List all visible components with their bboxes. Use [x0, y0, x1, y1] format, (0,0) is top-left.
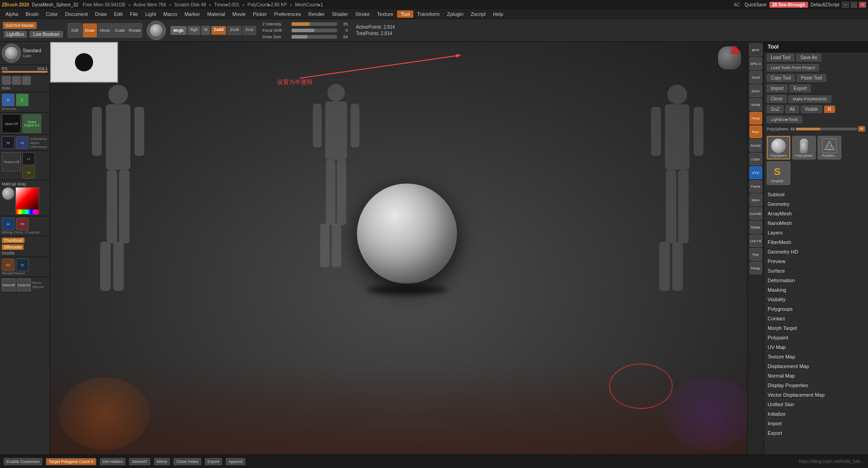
section-preview[interactable]: Preview — [764, 257, 868, 266]
section-unifiedskin[interactable]: Unified Skin — [764, 400, 868, 409]
xyz-btn[interactable]: XYZ — [749, 166, 762, 179]
r-btn[interactable]: R — [824, 105, 835, 113]
defaultzscript-label[interactable]: DefaultZScript — [811, 2, 839, 7]
thumb-polycylinder[interactable]: PolyCylinder — [792, 136, 816, 159]
kdenlive-icon[interactable]: kd — [16, 136, 29, 149]
section-surface[interactable]: Surface — [764, 266, 868, 276]
thumb-polysphere[interactable]: PolySphere — [767, 136, 790, 159]
section-import[interactable]: Import — [764, 419, 868, 428]
section-polypaint[interactable]: Polypaint — [764, 333, 868, 343]
mirror-btn[interactable]: Mirror — [154, 458, 170, 465]
lightbox-tools-btn[interactable]: Lightbox▸Tools — [767, 116, 802, 123]
section-displacementmap[interactable]: Displacement Map — [764, 362, 868, 371]
enable-customize-btn[interactable]: Enable Customize — [4, 458, 42, 465]
menu-help[interactable]: Help — [489, 10, 507, 18]
silhouette-btn[interactable]: Silhouette — [2, 244, 24, 250]
section-contact[interactable]: Contact — [764, 314, 868, 324]
zsub-btn[interactable]: Zsub — [227, 26, 242, 35]
aahalf-btn[interactable]: AAHalf — [749, 139, 762, 152]
zoom-btn[interactable]: Zoom — [749, 85, 762, 97]
menu-light[interactable]: Light — [142, 10, 160, 18]
section-texturemap[interactable]: Texture Map — [764, 352, 868, 362]
section-nanomesh[interactable]: NanoMesh — [764, 219, 868, 228]
menu-preferences[interactable]: Preferences — [270, 10, 304, 18]
menu-zplugin[interactable]: Zplugin — [443, 10, 467, 18]
matcap-sphere[interactable] — [2, 187, 15, 200]
brush-scatter-icon[interactable]: ·· — [12, 76, 21, 85]
bottom-export-btn[interactable]: Export — [205, 458, 222, 465]
rotate-vert-btn[interactable]: Rotate — [749, 221, 762, 234]
section-deformation[interactable]: Deformation — [764, 276, 868, 285]
del-hidden-btn[interactable]: Del Hidden — [100, 458, 126, 465]
section-subtool[interactable]: Subtool — [764, 190, 868, 199]
close-btn[interactable]: ✕ — [859, 2, 866, 8]
menu-macro[interactable]: Macro — [160, 10, 181, 18]
zcut-btn[interactable]: Zcut — [243, 26, 256, 35]
visible-btn[interactable]: Visible — [801, 105, 822, 113]
mindjet-icon[interactable]: MJ — [2, 259, 15, 271]
linefill-btn[interactable]: Line Fill — [749, 234, 762, 247]
inside-icon[interactable]: IN — [2, 136, 15, 149]
draw-btn[interactable]: Draw — [83, 23, 97, 38]
quicksave-label[interactable]: QuickSave — [744, 2, 766, 7]
thumbnail-btn[interactable]: Thumbnail — [2, 238, 25, 243]
brush-preview[interactable] — [147, 21, 166, 40]
import-btn[interactable]: Import — [767, 85, 788, 92]
section-vectordisplacement[interactable]: Vector Displacement Map — [764, 390, 868, 400]
section-export[interactable]: Export — [764, 428, 868, 438]
godot-icon[interactable]: GodotEngine 3.2 — [22, 114, 41, 133]
thumb-polymesh[interactable]: PolyMes... — [818, 136, 841, 159]
maximize-btn[interactable]: □ — [851, 2, 857, 8]
menu-texture[interactable]: Texture — [373, 10, 397, 18]
menu-transform[interactable]: Transform — [413, 10, 443, 18]
load-tool-btn[interactable]: Load Tool — [767, 54, 794, 61]
menu-alpha[interactable]: Alpha — [2, 10, 22, 18]
evernote-icon[interactable]: E — [16, 94, 29, 106]
menu-render[interactable]: Render — [305, 10, 328, 18]
menu-color[interactable]: Color — [42, 10, 61, 18]
section-fibermesh[interactable]: FiberMesh — [764, 238, 868, 247]
store-mt-btn[interactable]: StoreMT — [129, 458, 150, 465]
mrgb-btn[interactable]: Mrgb — [170, 26, 187, 35]
section-normalmap[interactable]: Normal Map — [764, 371, 868, 381]
load-tools-project-btn[interactable]: Load Tools From Project — [767, 64, 819, 71]
menu-draw[interactable]: Draw — [91, 10, 110, 18]
rotate-btn[interactable]: RoIate — [128, 23, 142, 38]
move-vert-btn[interactable]: Move — [749, 194, 762, 206]
zoom3d-btn[interactable]: Zoom3D — [749, 207, 762, 220]
canvas-bg[interactable]: 设置为半透明 — [50, 42, 764, 454]
menu-edit[interactable]: Edit — [110, 10, 126, 18]
menu-shader[interactable]: Shader — [328, 10, 352, 18]
menu-picker[interactable]: Picker — [249, 10, 271, 18]
section-arraymesh[interactable]: ArrayMesh — [764, 209, 868, 219]
close-holes-btn[interactable]: Close Holes — [174, 458, 201, 465]
zadd-btn[interactable]: Zadd — [211, 26, 227, 35]
menu-document[interactable]: Document — [61, 10, 91, 18]
thumb-simpleb[interactable]: S SimpleB... — [767, 161, 790, 185]
menu-zscript[interactable]: Zscript — [467, 10, 489, 18]
m-btn[interactable]: M — [201, 26, 210, 35]
limbo-icon[interactable]: LI — [22, 152, 35, 165]
affinity-icon[interactable]: Af — [2, 218, 15, 230]
menu-material[interactable]: Material — [203, 10, 228, 18]
lightbox-btn[interactable]: LightBox — [4, 31, 27, 38]
floor-btn[interactable]: Floor — [749, 125, 762, 138]
standard-brush-icon[interactable] — [2, 44, 21, 63]
section-geometry[interactable]: Geometry — [764, 199, 868, 209]
paste-tool-btn[interactable]: Paste Tool — [797, 74, 826, 82]
section-masking[interactable]: Masking — [764, 285, 868, 295]
pureref-icon[interactable]: PR — [16, 218, 29, 230]
lantern-icon[interactable]: La — [22, 166, 35, 179]
actual-btn[interactable]: Actual — [749, 98, 762, 111]
persp-btn[interactable]: Persp — [749, 112, 762, 124]
r-suffix[interactable]: R — [858, 126, 865, 132]
menu-marker[interactable]: Marker — [181, 10, 203, 18]
poly-btn[interactable]: Poly — [749, 248, 762, 261]
steam-icon[interactable]: St — [16, 259, 29, 271]
section-uvmap[interactable]: UV Map — [764, 343, 868, 352]
section-polygroups[interactable]: Polygroups — [764, 304, 868, 314]
save-as-btn[interactable]: Save As — [796, 54, 821, 61]
menu-stroke[interactable]: Stroke — [352, 10, 373, 18]
section-visibility[interactable]: Visibility — [764, 295, 868, 304]
see-through-btn[interactable]: 28 See-through — [769, 2, 808, 8]
